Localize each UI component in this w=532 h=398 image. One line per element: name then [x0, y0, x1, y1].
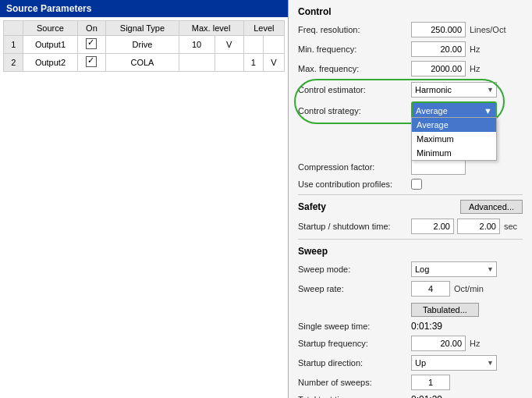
source-table: Source On Signal Type Max. level Level 1…: [3, 20, 285, 72]
right-panel: Control Freq. resolution: Lines/Oct Min.…: [289, 0, 532, 398]
strategy-arrow-icon: ▼: [484, 106, 492, 115]
freq-resolution-input[interactable]: [411, 22, 466, 37]
control-estimator-dropdown-wrap[interactable]: Harmonic ▼: [411, 82, 497, 98]
row-level-val: 1: [243, 54, 263, 72]
startup-freq-input[interactable]: [411, 336, 466, 351]
single-sweep-row: Single sweep time: 0:01:39: [298, 321, 523, 332]
startup-shutdown-inputs: [411, 219, 500, 234]
row-max-level-unit: [215, 54, 243, 72]
max-freq-label: Max. frequency:: [298, 64, 411, 73]
max-freq-unit: Hz: [470, 64, 480, 73]
startup-freq-unit: Hz: [470, 339, 480, 348]
total-test-value: 0:01:39: [411, 394, 442, 398]
col-signal-type: Signal Type: [106, 21, 179, 36]
row-source: Output1: [23, 36, 77, 54]
max-freq-row: Max. frequency: Hz: [298, 61, 523, 76]
startup-shutdown-row: Startup / shutdown time: sec: [298, 219, 523, 234]
col-on: On: [77, 21, 106, 36]
startup-dir-dropdown-wrap[interactable]: Up ▼: [411, 355, 497, 371]
row-level-unit: V: [263, 54, 284, 72]
use-contrib-checkbox[interactable]: [411, 179, 422, 190]
source-parameters-title: Source Parameters: [6, 3, 91, 14]
table-row: 1 Output1 Drive 10 V: [4, 36, 285, 54]
row-num: 1: [4, 36, 23, 54]
strategy-option-maximum[interactable]: Maximum: [412, 132, 496, 146]
min-freq-row: Min. frequency: Hz: [298, 41, 523, 57]
sweep-mode-dropdown-wrap[interactable]: Log ▼: [411, 261, 497, 277]
row-signal-type: Drive: [106, 36, 179, 54]
divider-2: [298, 239, 523, 240]
control-estimator-label: Control estimator:: [298, 85, 411, 94]
divider-1: [298, 194, 523, 195]
row-on[interactable]: [77, 36, 106, 54]
left-panel-header: Source Parameters: [0, 0, 288, 17]
table-row: 2 Output2 COLA 1 V: [4, 54, 285, 72]
strategy-option-minimum[interactable]: Minimum: [412, 146, 496, 160]
on-checkbox[interactable]: [86, 38, 97, 49]
control-strategy-label: Control strategy:: [298, 106, 411, 115]
on-checkbox[interactable]: [86, 56, 97, 67]
num-sweeps-input[interactable]: [411, 375, 450, 390]
compression-factor-label: Compression factor:: [298, 162, 411, 172]
advanced-button[interactable]: Advanced...: [460, 200, 523, 214]
use-contrib-label: Use contribution profiles:: [298, 179, 411, 189]
row-level-unit: [263, 36, 284, 54]
max-freq-input[interactable]: [411, 61, 466, 76]
strategy-option-average[interactable]: Average: [412, 118, 496, 132]
col-source: Source: [23, 21, 77, 36]
control-estimator-row: Control estimator: Harmonic ▼: [298, 82, 523, 98]
control-estimator-select[interactable]: Harmonic: [411, 82, 497, 98]
row-level-val: [243, 36, 263, 54]
control-strategy-row: Control strategy: Average ▼ Average Maxi…: [298, 101, 523, 120]
col-level: Level: [243, 21, 284, 36]
row-source: Output2: [23, 54, 77, 72]
col-num: [4, 21, 23, 36]
compression-factor-row: Compression factor:: [298, 159, 523, 175]
tabulated-row: Tabulated...: [298, 300, 523, 317]
single-sweep-value: 0:01:39: [411, 321, 442, 332]
sweep-section-title: Sweep: [298, 246, 523, 257]
strategy-selected-value[interactable]: Average ▼: [413, 103, 495, 119]
row-max-level-val: 10: [179, 36, 215, 54]
total-test-label: Total test time:: [298, 395, 411, 398]
sweep-mode-row: Sweep mode: Log ▼: [298, 261, 523, 277]
strategy-dropdown-list: Average Maximum Minimum: [411, 117, 497, 161]
sweep-rate-unit: Oct/min: [454, 284, 484, 293]
oval-highlight-container: Control estimator: Harmonic ▼ Control st…: [298, 80, 523, 122]
startup-freq-label: Startup frequency:: [298, 339, 411, 348]
sweep-mode-label: Sweep mode:: [298, 265, 411, 274]
freq-resolution-label: Freq. resolution:: [298, 25, 411, 34]
min-freq-label: Min. frequency:: [298, 44, 411, 54]
control-section-title: Control: [298, 6, 523, 17]
min-freq-input[interactable]: [411, 41, 466, 57]
startup-dir-select[interactable]: Up: [411, 355, 497, 371]
freq-resolution-row: Freq. resolution: Lines/Oct: [298, 22, 523, 37]
tabulated-button[interactable]: Tabulated...: [411, 303, 479, 317]
row-signal-type: COLA: [106, 54, 179, 72]
use-contrib-row: Use contribution profiles:: [298, 179, 523, 190]
shutdown-time-input[interactable]: [457, 219, 500, 234]
row-max-level-unit: V: [215, 36, 243, 54]
compression-factor-input[interactable]: [411, 159, 466, 175]
row-max-level-val: [179, 54, 215, 72]
total-test-row: Total test time: 0:01:39: [298, 394, 523, 398]
startup-dir-row: Startup direction: Up ▼: [298, 355, 523, 371]
startup-shutdown-unit: sec: [504, 222, 517, 231]
row-on[interactable]: [77, 54, 106, 72]
col-max-level: Max. level: [179, 21, 243, 36]
startup-time-input[interactable]: [411, 219, 454, 234]
safety-section-title: Safety: [298, 201, 326, 212]
sweep-mode-select[interactable]: Log: [411, 261, 497, 277]
sweep-rate-label: Sweep rate:: [298, 284, 411, 293]
source-table-container: Source On Signal Type Max. level Level 1…: [0, 17, 288, 75]
freq-resolution-unit: Lines/Oct: [470, 25, 505, 34]
row-num: 2: [4, 54, 23, 72]
startup-dir-label: Startup direction:: [298, 358, 411, 368]
sweep-rate-input[interactable]: [411, 281, 450, 297]
startup-freq-row: Startup frequency: Hz: [298, 336, 523, 351]
num-sweeps-row: Number of sweeps:: [298, 375, 523, 390]
left-panel: Source Parameters Source On Signal Type …: [0, 0, 289, 398]
sweep-rate-row: Sweep rate: Oct/min: [298, 281, 523, 297]
startup-shutdown-label: Startup / shutdown time:: [298, 222, 411, 231]
num-sweeps-label: Number of sweeps:: [298, 378, 411, 387]
